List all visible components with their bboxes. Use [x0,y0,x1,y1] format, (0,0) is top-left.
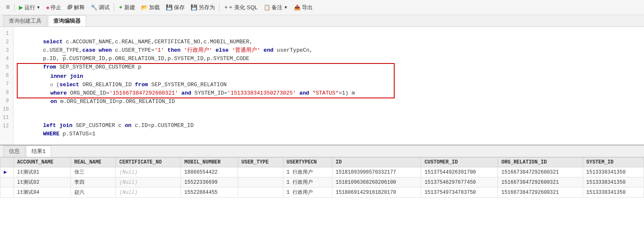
new-label: 新建 [124,4,135,11]
debug-icon: 🔧 [91,4,97,11]
debug-button[interactable]: 🔧 调试 [88,3,112,13]
line-num-1: 1 [2,29,11,38]
col-mobil-number[interactable]: MOBIL_NUMBER [181,158,238,167]
separator-3 [219,3,220,12]
results-table: ACCOUNT_NAME REAL_NAME CERTIFICATE_NO MO… [0,157,644,198]
cell-org-relation-id: 1516673847292600321 [498,177,583,187]
save-icon: 💾 [166,4,173,11]
cell-user-type [238,177,283,187]
line-num-11: 11 [2,114,11,122]
cell-mobil-number: 15522884455 [181,187,238,198]
cell-account-name: lt测试01 [13,167,71,177]
line-num-3: 3 [2,46,11,55]
saveas-icon: 💾 [191,4,197,11]
col-customer-id[interactable]: CUSTOMER_ID [421,158,498,167]
col-system-id[interactable]: SYSTEM_ID [583,158,644,167]
table-row[interactable]: lt测试02 李四 (Null) 15522336699 1 行政用户 1518… [0,177,644,187]
highlighted-sql-block: inner join ⊟(select ORG_RELATION_ID from… [17,63,395,98]
cell-org-relation-id: 1516673847292600321 [498,167,583,177]
table-header-row: ACCOUNT_NAME REAL_NAME CERTIFICATE_NO MO… [0,158,644,167]
explain-label: 解释 [74,4,85,11]
beautify-icon: ✦✦ [224,4,233,11]
save-button[interactable]: 💾 保存 [163,3,187,13]
cell-certificate-no: (Null) [116,187,181,198]
cell-usertypecn: 1 行政用户 [283,167,332,177]
cell-id: 15181096368268206100 [332,177,421,187]
col-real-name[interactable]: REAL_NAME [71,158,116,167]
line-num-10: 10 [2,105,11,114]
col-org-relation-id[interactable]: ORG_RELATION_ID [498,158,583,167]
new-icon: ✦ [118,4,123,11]
line-num-5: 5 [2,63,11,71]
beautify-button[interactable]: ✦✦ 美化 SQL [221,3,260,13]
row-indicator [0,187,14,198]
table-row[interactable]: ▶ lt测试01 张三 (Null) 18866554422 1 行政用户 15… [0,167,644,177]
bottom-panel: 信息 结果1 ACCOUNT_NAME REAL_NAME CERTIFICAT… [0,145,644,231]
tab-result1[interactable]: 结果1 [26,145,51,157]
code-line-3: p.ID, p.CUSTOMER_ID,p.ORG_RELATION_ID,p.… [17,46,641,55]
col-indicator [0,158,14,167]
cell-real-name: 赵六 [71,187,116,198]
tab-query-editor[interactable]: 查询编辑器 [48,15,86,26]
saveas-button[interactable]: 💾 另存为 [188,3,217,13]
export-label: 导出 [302,4,313,11]
load-label: 加载 [149,4,160,11]
cell-usertypecn: 1 行政用户 [283,187,332,198]
code-editor[interactable]: select c.ACCOUNT_NAME,c.REAL_NAME,CERTIF… [13,27,644,145]
cell-user-type [238,187,283,198]
cell-real-name: 李四 [71,177,116,187]
comment-dropdown-icon[interactable]: ▼ [284,5,288,10]
stop-button[interactable]: ■ 停止 [44,3,64,13]
comment-button[interactable]: 📋 备注 ▼ [261,3,291,13]
run-icon: ▶ [19,4,23,11]
editor-area: 1 2 3 4 5 6 7 8 9 10 11 12 select c.ACCO… [0,27,644,145]
code-line-5: inner join [18,64,394,72]
col-certificate-no[interactable]: CERTIFICATE_NO [116,158,181,167]
cell-certificate-no: (Null) [116,167,181,177]
run-button[interactable]: ▶ 运行 ▼ [16,3,43,13]
code-line-2: c.USER_TYPE,case when c.USER_TYPE='1' th… [17,38,641,46]
cell-org-relation-id: 1516673847292600321 [498,187,583,198]
saveas-label: 另存为 [199,4,215,11]
line-num-7: 7 [2,80,11,88]
beautify-label: 美化 SQL [234,4,258,11]
col-id[interactable]: ID [332,158,421,167]
toolbar: ≡ ▶ 运行 ▼ ■ 停止 🗊 解释 🔧 调试 ✦ 新建 📂 加载 💾 保存 💾… [0,0,644,15]
col-account-name[interactable]: ACCOUNT_NAME [13,158,71,167]
cell-mobil-number: 15522336699 [181,177,238,187]
cell-system-id: 1513338341350 [583,167,644,177]
editor-tabs: 查询创建工具 查询编辑器 [0,15,644,27]
line-numbers: 1 2 3 4 5 6 7 8 9 10 11 12 [0,27,13,145]
menu-icon[interactable]: ≡ [3,2,13,13]
cell-system-id: 1513338341350 [583,187,644,198]
export-button[interactable]: 📤 导出 [291,3,315,13]
new-button[interactable]: ✦ 新建 [116,3,138,13]
cell-account-name: lt测试02 [13,177,71,187]
results-wrapper[interactable]: ACCOUNT_NAME REAL_NAME CERTIFICATE_NO MO… [0,157,644,231]
comment-label: 备注 [272,4,283,11]
cell-id: 15181093998570332177 [332,167,421,177]
code-line-12 [17,138,641,145]
line-num-2: 2 [2,38,11,46]
row-indicator: ▶ [0,167,14,177]
code-line-10: WHERE p.STATUS=1 [17,121,641,130]
export-icon: 📤 [294,4,301,11]
col-usertypecn[interactable]: USERTYPECN [283,158,332,167]
separator-2 [114,3,114,12]
tab-query-builder[interactable]: 查询创建工具 [3,15,47,26]
explain-button[interactable]: 🗊 解释 [65,3,87,13]
comment-icon: 📋 [264,4,270,11]
row-indicator [0,177,14,187]
table-row[interactable]: lt测试04 赵六 (Null) 15522884455 1 行政用户 1518… [0,187,644,198]
cell-certificate-no: (Null) [116,177,181,187]
cell-system-id: 1513338341350 [583,177,644,187]
line-num-12: 12 [2,122,11,130]
cell-mobil-number: 18866554422 [181,167,238,177]
cell-customer-id: 15137546297677450 [421,177,498,187]
tab-info[interactable]: 信息 [3,145,25,157]
load-button[interactable]: 📂 加载 [139,3,162,13]
save-label: 保存 [174,4,185,11]
run-dropdown-icon[interactable]: ▼ [37,5,41,10]
bottom-tabs: 信息 结果1 [0,145,644,157]
col-user-type[interactable]: USER_TYPE [238,158,283,167]
